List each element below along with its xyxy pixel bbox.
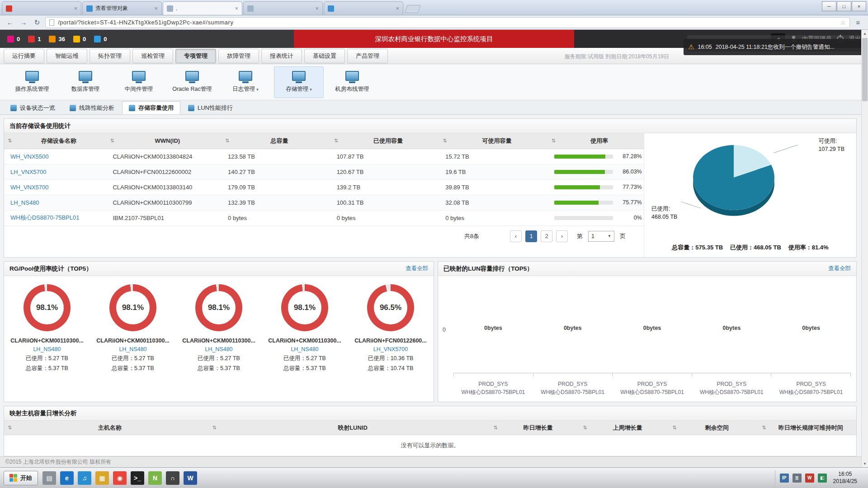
sort-icon[interactable]: ⇅ xyxy=(493,425,497,431)
browser-tab-2[interactable]: 查看管理对象 × xyxy=(82,1,162,15)
menu-item-os-mgmt[interactable]: 操作系统管理 xyxy=(7,66,57,98)
device-link[interactable]: LH_VNX5700 xyxy=(10,169,47,175)
nav-item-fault-mgmt[interactable]: 故障管理 xyxy=(218,49,259,63)
printer-icon[interactable]: ▤ xyxy=(42,471,56,485)
browser-tab-5[interactable]: × xyxy=(324,1,403,15)
folder-icon[interactable]: ▦ xyxy=(95,471,109,485)
col-total[interactable]: ⇅总容量 xyxy=(222,133,330,149)
forward-icon[interactable]: → xyxy=(18,17,29,28)
maximize-button[interactable]: □ xyxy=(837,1,851,11)
browser-tab-4[interactable]: × xyxy=(243,1,323,15)
col-remaining-space[interactable]: ⇅剩余空间 xyxy=(669,424,758,432)
alert-major[interactable]: 1 xyxy=(28,36,41,42)
col-host-name[interactable]: ⇅主机名称 xyxy=(4,424,208,432)
alert-warning[interactable]: 0 xyxy=(73,36,86,42)
col-wwn[interactable]: ⇅WWN(ID) xyxy=(106,133,222,149)
device-link[interactable]: WH_VNX5700 xyxy=(10,184,49,191)
browser-tab-3[interactable]: . × xyxy=(163,1,242,15)
device-link[interactable]: WH核心DS8870-75BPL01 xyxy=(10,214,79,221)
taskbar-clock[interactable]: 16:05 2018/4/25 xyxy=(830,471,860,485)
donut-device-link[interactable]: LH_NS480 xyxy=(119,346,146,352)
sort-icon[interactable]: ⇅ xyxy=(443,138,447,144)
menu-item-oracle-rac-mgmt[interactable]: Oracle Rac管理 xyxy=(167,66,217,98)
menu-item-log-mgmt[interactable]: 日志管理▾ xyxy=(221,66,270,98)
donut-device-link[interactable]: LH_NS480 xyxy=(205,346,232,352)
col-sustain-time[interactable]: ⇅昨日增长规律可维持时间 xyxy=(758,424,856,432)
tab-storage-capacity[interactable]: 存储容量使用 xyxy=(122,101,180,114)
alert-critical[interactable]: 0 xyxy=(7,36,20,42)
close-button[interactable]: × xyxy=(852,1,866,11)
device-link[interactable]: LH_NS480 xyxy=(10,199,39,206)
donut-device-link[interactable]: LH_VNX5700 xyxy=(373,346,408,352)
menu-item-db-mgmt[interactable]: 数据库管理 xyxy=(61,66,110,98)
donut-device-link[interactable]: LH_NS480 xyxy=(291,346,318,352)
terminal-icon[interactable]: >_ xyxy=(131,471,144,485)
minimize-button[interactable]: ─ xyxy=(822,1,836,11)
word-icon[interactable]: W xyxy=(184,471,197,485)
nav-item-special-mgmt[interactable]: 专项管理 xyxy=(175,49,216,63)
prev-page-button[interactable]: ‹ xyxy=(510,230,522,242)
sort-icon[interactable]: ⇅ xyxy=(552,138,556,144)
col-used[interactable]: ⇅已使用容量 xyxy=(330,133,439,149)
donut-device-link[interactable]: LH_NS480 xyxy=(33,346,61,352)
sort-icon[interactable]: ⇅ xyxy=(8,425,12,431)
page-scrollbar[interactable]: ▲ ▼ xyxy=(861,30,868,467)
page-2-button[interactable]: 2 xyxy=(541,230,552,242)
notepad-icon[interactable]: N xyxy=(148,471,162,485)
back-icon[interactable]: ← xyxy=(5,17,15,28)
menu-item-storage-mgmt[interactable]: 存储管理▾ xyxy=(274,66,324,98)
nav-item-topology[interactable]: 拓扑管理 xyxy=(90,49,130,63)
browser-tab-1[interactable]: × xyxy=(2,1,81,15)
sort-icon[interactable]: ⇅ xyxy=(110,138,114,144)
menu-item-cabling-mgmt[interactable]: 机房布线管理 xyxy=(327,66,377,98)
tab-line-performance[interactable]: 线路性能分析 xyxy=(63,101,121,114)
view-all-link[interactable]: 查看全部 xyxy=(828,265,851,272)
nav-item-smart-ops[interactable]: 智能运维 xyxy=(47,49,87,63)
new-tab-button[interactable] xyxy=(405,5,421,13)
col-lun-id[interactable]: ⇅映射LUNID xyxy=(208,424,490,432)
scroll-down-icon[interactable]: ▼ xyxy=(862,460,868,467)
tab-lun-performance[interactable]: LUN性能排行 xyxy=(181,101,240,114)
input-method-icon[interactable]: IP xyxy=(780,474,789,483)
url-box[interactable]: /portal/?ticket=ST-41-HNZkTtgXke51igDwp2… xyxy=(45,17,850,28)
col-yesterday-growth[interactable]: ⇅昨日增长量 xyxy=(490,424,579,432)
nav-item-inspection[interactable]: 巡检管理 xyxy=(132,49,173,63)
tab-close-icon[interactable]: × xyxy=(154,5,158,12)
chrome-icon[interactable]: ◉ xyxy=(113,471,127,485)
scroll-up-icon[interactable]: ▲ xyxy=(862,30,868,37)
nav-item-product-mgmt[interactable]: 产品管理 xyxy=(347,49,388,63)
browser-menu-icon[interactable]: ≡ xyxy=(853,17,863,28)
scrollbar-thumb[interactable] xyxy=(862,38,868,101)
sort-icon[interactable]: ⇅ xyxy=(583,425,587,431)
col-usage[interactable]: ⇅使用率 xyxy=(548,133,644,149)
menu-item-middleware-mgmt[interactable]: 中间件管理 xyxy=(114,66,164,98)
tab-close-icon[interactable]: × xyxy=(235,5,238,12)
media-player-icon[interactable]: ♫ xyxy=(78,471,91,485)
headset-icon[interactable]: ∩ xyxy=(166,471,179,485)
nav-item-basic-settings[interactable]: 基础设置 xyxy=(304,49,345,63)
sort-icon[interactable]: ⇅ xyxy=(672,425,676,431)
sort-icon[interactable]: ⇅ xyxy=(212,425,216,431)
start-button[interactable]: 开始 xyxy=(4,471,38,485)
tab-close-icon[interactable]: × xyxy=(315,5,319,12)
device-link[interactable]: WH_VNX5500 xyxy=(10,153,49,160)
page-select[interactable]: 1 ▼ xyxy=(588,231,614,242)
next-page-button[interactable]: › xyxy=(556,230,568,242)
bookmark-star-icon[interactable]: ☆ xyxy=(840,19,846,26)
page-1-button[interactable]: 1 xyxy=(525,230,537,242)
tray-app-icon[interactable]: W xyxy=(805,474,814,483)
keyboard-icon[interactable]: ≣ xyxy=(793,474,802,483)
col-free[interactable]: ⇅可使用容量 xyxy=(439,133,548,149)
tab-device-status[interactable]: 设备状态一览 xyxy=(4,101,62,114)
sort-icon[interactable]: ⇅ xyxy=(8,138,12,144)
alert-minor[interactable]: 36 xyxy=(49,36,65,42)
col-lastweek-growth[interactable]: ⇅上周增长量 xyxy=(579,424,669,432)
tab-close-icon[interactable]: × xyxy=(74,5,77,12)
nav-item-run-summary[interactable]: 运行摘要 xyxy=(4,49,44,63)
nav-item-report-stats[interactable]: 报表统计 xyxy=(261,49,302,63)
sort-icon[interactable]: ⇅ xyxy=(225,138,229,144)
tab-close-icon[interactable]: × xyxy=(396,5,399,12)
sort-icon[interactable]: ⇅ xyxy=(762,425,766,431)
alert-info[interactable]: 0 xyxy=(94,36,107,42)
tray-status-icon[interactable]: ◧ xyxy=(818,474,827,483)
